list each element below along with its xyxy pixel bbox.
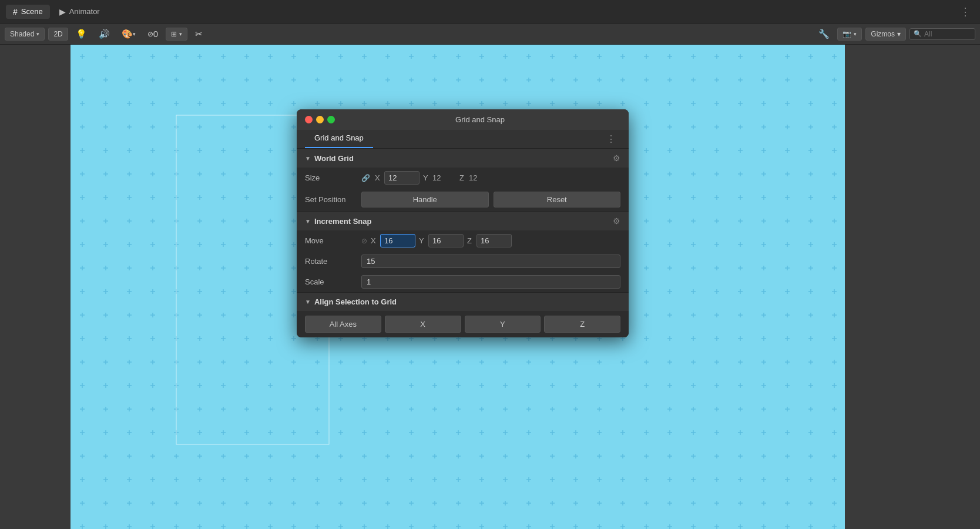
audio-btn[interactable]: 🔊 [95,27,114,41]
wrench-icon: 🔧 [818,29,830,39]
effects-arrow: ▾ [133,31,136,37]
increment-snap-title: Increment Snap [314,217,372,226]
camera-icon: 📷 [843,30,851,38]
increment-snap-section-header: ▼ Increment Snap ⚙ [297,212,629,230]
move-z-group: Z [467,234,512,247]
set-position-row: Set Position Handle Reset [297,188,629,211]
size-row: Size 🔗 X Y Z [297,168,629,188]
animator-icon: ▶ [59,7,66,16]
minimize-btn[interactable] [316,116,324,123]
reset-btn[interactable]: Reset [494,192,621,207]
tools-icon: ✂ [195,29,203,39]
rotate-label: Rotate [305,257,358,266]
left-panel [0,45,71,529]
size-y-group: Y [423,173,456,182]
move-x-group: X [371,234,415,247]
move-y-input[interactable] [428,234,464,247]
scene-tab[interactable]: # Scene [6,5,50,19]
increment-snap-gear[interactable]: ⚙ [613,216,620,226]
layers-btn[interactable]: ⊘ 0 [143,27,162,41]
scene-area: Grid and Snap Grid and Snap ⋮ ▼ World Gr… [0,45,980,529]
mode-2d-label: 2D [53,30,62,38]
maximize-btn[interactable] [327,116,335,123]
scale-label: Scale [305,277,358,286]
camera-btn[interactable]: 📷 ▾ [837,28,862,41]
dialog-titlebar: Grid and Snap [297,109,629,130]
align-title: Align Selection to Grid [314,297,397,306]
animator-tab-label: Animator [69,7,100,16]
camera-arrow: ▾ [854,31,857,37]
right-panel [845,45,980,529]
gizmos-label: Gizmos [871,30,895,38]
move-z-label: Z [467,236,474,245]
size-x-input[interactable] [384,171,419,185]
size-x-group: X [375,171,419,185]
dialog-body: ▼ World Grid ⚙ Size 🔗 X Y Z [297,149,629,337]
all-axes-btn[interactable]: All Axes [305,316,381,333]
settings-btn[interactable]: 🔧 [814,27,834,41]
world-grid-title: World Grid [314,154,354,163]
link-icon: 🔗 [361,174,370,182]
search-icon: 🔍 [914,30,922,38]
dialog: Grid and Snap Grid and Snap ⋮ ▼ World Gr… [297,109,629,337]
align-arrow: ▼ [305,299,311,305]
gizmos-dropdown[interactable]: Gizmos ▾ [865,28,906,41]
move-x-input[interactable] [380,234,415,247]
shading-arrow: ▾ [36,31,39,37]
effects-btn[interactable]: 🎨 ▾ [118,27,140,41]
rotate-input[interactable] [361,255,620,268]
scene-tab-label: Scene [21,7,43,16]
move-label: Move [305,236,358,245]
handle-btn[interactable]: Handle [361,192,489,207]
z-label: Z [459,173,466,182]
align-buttons-row: All Axes X Y Z [297,311,629,337]
close-btn[interactable] [305,116,313,123]
scale-input[interactable] [361,275,620,289]
position-buttons: Handle Reset [361,192,620,207]
snap-btn[interactable]: ⊞ ▾ [166,28,187,41]
shading-dropdown[interactable]: Shaded ▾ [5,28,45,41]
gizmos-arrow: ▾ [897,30,901,38]
increment-snap-arrow: ▼ [305,218,311,225]
size-z-input[interactable] [469,173,492,182]
y-label: Y [423,173,430,182]
x-label: X [375,173,382,182]
z-axis-btn[interactable]: Z [544,316,620,333]
animator-tab[interactable]: ▶ Animator [52,5,107,19]
audio-icon: 🔊 [99,29,110,39]
snap-arrow: ▾ [179,31,182,37]
search-box[interactable]: 🔍 [909,28,975,40]
y-axis-btn[interactable]: Y [465,316,541,333]
scene-icon: # [13,7,18,16]
tab-menu-btn[interactable]: ⋮ [602,130,620,148]
move-y-label: Y [419,236,426,245]
shading-label: Shaded [10,30,34,38]
effects-icon: 🎨 [122,29,133,39]
titlebar-menu[interactable]: ⋮ [956,5,974,18]
mode-2d-btn[interactable]: 2D [48,28,68,41]
move-x-label: X [371,236,378,245]
move-z-input[interactable] [476,234,512,247]
dialog-title: Grid and Snap [340,115,620,124]
world-grid-section-header: ▼ World Grid ⚙ [297,149,629,168]
size-label: Size [305,173,358,182]
rotate-row: Rotate [297,251,629,272]
snap-icon: ⊞ [171,30,177,38]
world-grid-gear-icon: ⚙ [613,153,620,163]
x-axis-btn[interactable]: X [385,316,461,333]
unlink-icon: ⊘ [361,237,367,245]
tab-grid-and-snap[interactable]: Grid and Snap [305,130,373,148]
light-btn[interactable]: 💡 [72,27,91,41]
size-y-input[interactable] [432,173,456,182]
toolbar: Shaded ▾ 2D 💡 🔊 🎨 ▾ ⊘ 0 ⊞ ▾ ✂ 🔧 📷 ▾ Gizm… [0,24,980,45]
toolbar-right: 🔧 📷 ▾ Gizmos ▾ 🔍 [814,27,975,41]
align-section-header: ▼ Align Selection to Grid [297,293,629,311]
dialog-tabs: Grid and Snap ⋮ [297,130,629,149]
search-input[interactable] [924,30,971,38]
tools-btn[interactable]: ✂ [191,27,207,41]
world-grid-gear[interactable]: ⚙ [613,153,620,163]
world-grid-arrow: ▼ [305,155,311,162]
increment-snap-gear-icon: ⚙ [613,216,620,226]
traffic-lights [305,116,335,123]
scale-row: Scale [297,272,629,292]
